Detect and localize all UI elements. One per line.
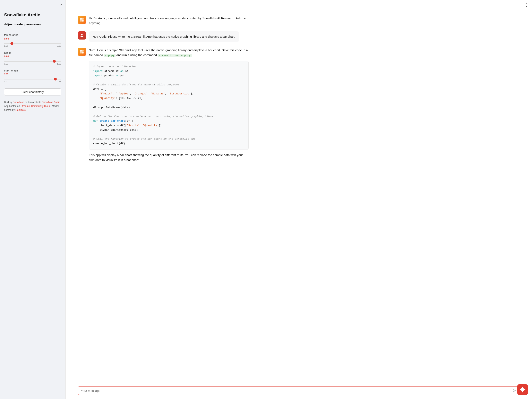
- inline-code-2: streamlit run app.py: [158, 54, 192, 57]
- temperature-value: 0.60: [4, 37, 61, 40]
- top-p-value: 0.90: [4, 55, 61, 58]
- svg-point-4: [81, 34, 83, 35]
- clear-chat-button[interactable]: Clear chat history: [4, 89, 61, 95]
- message-bubble: Hey Arctic! Please write me a Streamlit …: [89, 31, 239, 42]
- max-length-param: max_length 120 32 128: [4, 69, 61, 83]
- max-length-label: max_length: [4, 69, 61, 72]
- message-text: Hi. I'm Arctic, a new, efficient, intell…: [89, 16, 246, 25]
- top-p-slider[interactable]: [4, 61, 61, 62]
- footer-link-snowflake[interactable]: Snowflake: [13, 101, 24, 104]
- max-length-max: 128: [57, 80, 61, 83]
- message-bubble: Hi. I'm Arctic, a new, efficient, intell…: [89, 16, 249, 25]
- message-row: Hey Arctic! Please write me a Streamlit …: [78, 31, 520, 42]
- svg-point-16: [520, 389, 521, 390]
- temperature-param: temperature 0.60 0.01 5.00: [4, 33, 61, 47]
- top-bar: ⋮: [65, 0, 532, 10]
- avatar: [78, 31, 86, 39]
- avatar: [78, 48, 86, 56]
- sidebar-footer: Built by Snowflake to demonstrate Snowfl…: [4, 100, 61, 112]
- close-button[interactable]: ×: [60, 3, 63, 6]
- temperature-slider[interactable]: [4, 43, 61, 44]
- svg-rect-5: [80, 50, 82, 52]
- svg-rect-2: [80, 20, 82, 21]
- max-length-min: 32: [4, 80, 6, 83]
- message-bubble: Sure! Here's a simple Streamlit app that…: [89, 48, 249, 162]
- message-intro3: .: [192, 53, 192, 57]
- message-input[interactable]: [81, 389, 513, 393]
- main-area: ⋮ Hi. I'm Arctic, a new, efficient, inte…: [65, 0, 532, 399]
- footer-link-replicate[interactable]: Replicate: [15, 108, 25, 111]
- svg-point-13: [522, 389, 523, 390]
- sidebar: × Snowflake Arctic Adjust model paramete…: [0, 0, 65, 399]
- input-wrapper: [78, 386, 520, 395]
- message-outro: This app will display a bar chart showin…: [89, 153, 243, 162]
- message-row: Sure! Here's a simple Streamlit app that…: [78, 48, 520, 162]
- message-text: Hey Arctic! Please write me a Streamlit …: [93, 35, 235, 38]
- svg-rect-3: [82, 20, 83, 21]
- avatar: [78, 16, 86, 24]
- max-length-slider[interactable]: [4, 79, 61, 79]
- message-row: Hi. I'm Arctic, a new, efficient, intell…: [78, 16, 520, 25]
- send-button[interactable]: [513, 389, 517, 393]
- input-bar: [65, 383, 532, 399]
- footer-link-arctic[interactable]: Snowflake Arctic: [42, 101, 60, 104]
- footer-text5: .: [25, 108, 26, 111]
- svg-rect-1: [82, 18, 83, 20]
- top-p-param: top_p 0.90 0.01 1.00: [4, 51, 61, 65]
- code-block: # Import required libraries import strea…: [89, 61, 249, 150]
- top-p-min: 0.01: [4, 63, 8, 65]
- snowflake-fab[interactable]: [517, 384, 528, 395]
- temperature-min: 0.01: [4, 45, 8, 47]
- svg-rect-8: [82, 52, 83, 53]
- inline-code-1: app.py: [104, 54, 115, 57]
- svg-point-15: [522, 392, 523, 393]
- temperature-max: 5.00: [57, 45, 61, 47]
- svg-rect-6: [82, 50, 83, 52]
- footer-text1: Built by: [4, 101, 13, 104]
- sidebar-title: Snowflake Arctic: [4, 12, 61, 18]
- svg-point-14: [522, 387, 523, 388]
- more-options-button[interactable]: ⋮: [524, 2, 529, 7]
- temperature-label: temperature: [4, 33, 61, 37]
- svg-rect-7: [80, 52, 82, 53]
- footer-text2: to demonstrate: [24, 101, 42, 104]
- message-intro2: and run it using the command: [115, 53, 158, 57]
- params-section: Adjust model parameters: [4, 23, 61, 29]
- svg-point-17: [525, 389, 526, 390]
- chat-messages: Hi. I'm Arctic, a new, efficient, intell…: [65, 10, 532, 383]
- svg-rect-0: [80, 18, 82, 20]
- top-p-max: 1.00: [57, 63, 61, 65]
- max-length-value: 120: [4, 73, 61, 76]
- top-p-label: top_p: [4, 51, 61, 54]
- footer-link-streamlit[interactable]: Streamlit Community Cloud: [21, 105, 51, 108]
- params-section-title: Adjust model parameters: [4, 23, 61, 26]
